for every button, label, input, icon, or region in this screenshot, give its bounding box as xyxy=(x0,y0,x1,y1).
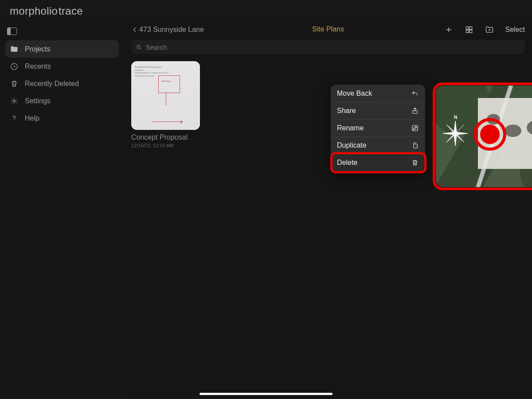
trash-icon xyxy=(411,159,419,167)
clock-icon xyxy=(10,62,19,71)
menu-item-label: Move Back xyxy=(337,90,372,98)
folder-icon xyxy=(10,45,19,54)
svg-marker-14 xyxy=(446,133,455,142)
back-label: 473 Sunnyside Lane xyxy=(139,26,204,34)
svg-marker-12 xyxy=(446,125,455,133)
brand-word-1: morpholio xyxy=(10,5,58,17)
grid-view-icon[interactable] xyxy=(465,25,473,34)
svg-point-7 xyxy=(137,45,140,48)
project-thumbnail: Suggested building pad andelevationThe e… xyxy=(131,61,200,130)
svg-marker-15 xyxy=(455,133,464,142)
sidebar-item-label: Recently Deleted xyxy=(25,80,114,88)
sidebar-item-label: Settings xyxy=(25,97,114,105)
title-bar: morpholio trace xyxy=(0,0,532,22)
compass-icon xyxy=(442,120,469,147)
menu-item-rename[interactable]: Rename xyxy=(331,119,425,137)
help-icon xyxy=(10,114,19,123)
duplicate-icon xyxy=(411,141,419,149)
add-button[interactable] xyxy=(444,25,453,34)
menu-item-label: Delete xyxy=(337,159,357,167)
main-panel: 473 Sunnyside Lane Site Plans Select xyxy=(124,22,532,399)
compass-north-label: N xyxy=(454,115,457,120)
context-menu: Move Back Share Rename Duplicate Delete xyxy=(331,85,425,171)
menu-item-move-back[interactable]: Move Back xyxy=(331,85,425,102)
sidebar-item-label: Help xyxy=(25,114,114,122)
trash-icon xyxy=(10,79,19,88)
svg-rect-5 xyxy=(466,30,469,33)
svg-rect-4 xyxy=(469,27,472,29)
menu-item-duplicate[interactable]: Duplicate xyxy=(331,137,425,154)
folder-title: Site Plans xyxy=(312,25,344,33)
new-folder-icon[interactable] xyxy=(485,25,494,34)
main-actions: Select xyxy=(444,25,525,34)
sidebar-item-settings[interactable]: Settings xyxy=(5,92,119,110)
menu-item-share[interactable]: Share xyxy=(331,102,425,119)
edit-icon xyxy=(411,124,419,132)
gear-icon xyxy=(10,97,19,106)
project-date: 12/15/22, 12:10 AM xyxy=(131,143,200,148)
menu-item-delete[interactable]: Delete xyxy=(331,154,425,171)
menu-item-label: Rename xyxy=(337,124,364,132)
sidebar-item-label: Projects xyxy=(25,45,114,53)
project-card[interactable]: Suggested building pad andelevationThe e… xyxy=(131,61,200,148)
svg-rect-3 xyxy=(466,27,469,29)
svg-marker-13 xyxy=(455,125,464,133)
search-bar[interactable] xyxy=(131,40,525,54)
svg-point-2 xyxy=(14,120,14,121)
select-button[interactable]: Select xyxy=(505,26,525,34)
brand-word-2: trace xyxy=(59,5,83,17)
menu-item-label: Duplicate xyxy=(337,141,367,149)
search-input[interactable] xyxy=(146,43,520,51)
plan-overlay xyxy=(478,98,532,169)
chevron-left-icon xyxy=(131,26,138,33)
svg-rect-18 xyxy=(414,144,417,148)
app-root: morpholio trace Projects Recents xyxy=(0,0,532,399)
undo-icon xyxy=(411,90,419,98)
svg-rect-6 xyxy=(469,30,472,33)
menu-item-label: Share xyxy=(337,107,356,115)
share-icon xyxy=(411,107,419,115)
back-button[interactable]: 473 Sunnyside Lane xyxy=(131,26,204,34)
project-name: Concept Proposal xyxy=(131,133,200,141)
sidebar-toggle-icon[interactable] xyxy=(7,27,17,35)
main-header: 473 Sunnyside Lane Site Plans Select xyxy=(124,22,532,37)
sidebar-item-help[interactable]: Help xyxy=(5,110,119,127)
body: Projects Recents Recently Deleted Settin… xyxy=(0,22,532,399)
svg-point-1 xyxy=(13,100,16,102)
sidebar-item-label: Recents xyxy=(25,63,114,70)
sidebar-item-projects[interactable]: Projects xyxy=(5,40,119,58)
sidebar-item-recently-deleted[interactable]: Recently Deleted xyxy=(5,75,119,92)
sidebar-item-recents[interactable]: Recents xyxy=(5,58,119,75)
search-icon xyxy=(136,44,142,51)
home-indicator xyxy=(200,393,332,395)
project-card-site-plan[interactable]: N xyxy=(436,86,532,187)
sidebar: Projects Recents Recently Deleted Settin… xyxy=(0,22,124,399)
